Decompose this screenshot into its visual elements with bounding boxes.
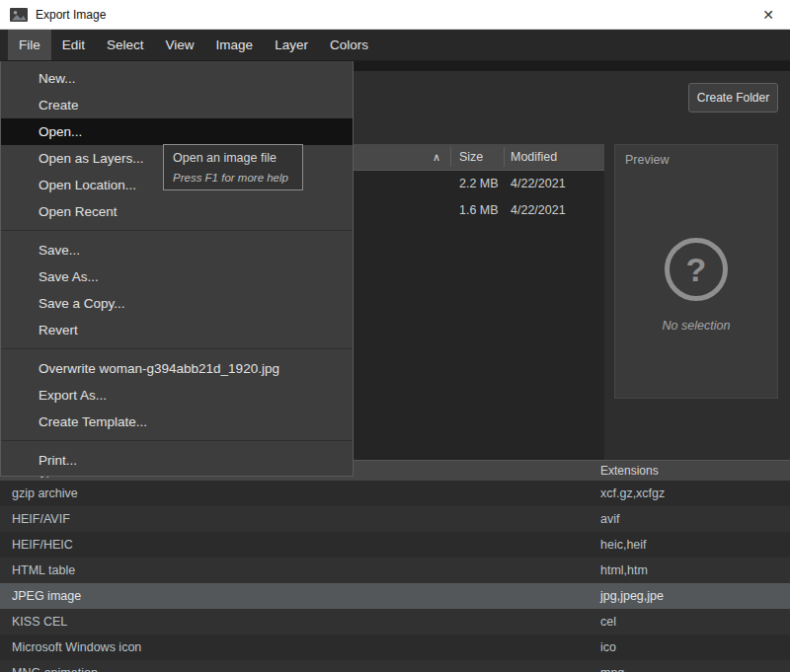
menu-item-overwrite[interactable]: Overwrite woman-g394abb21d_1920.jpg (1, 355, 353, 382)
menu-item-save-a-copy[interactable]: Save a Copy... (1, 290, 353, 317)
file-type-ext: jpg,jpeg,jpe (600, 583, 664, 609)
tooltip-subtitle: Press F1 for more help (173, 172, 293, 184)
menu-item-save[interactable]: Save... (1, 237, 353, 263)
file-type-row[interactable]: KISS CEL cel (0, 609, 790, 635)
file-type-ext: xcf.gz,xcfgz (600, 481, 665, 506)
menu-item-save-as[interactable]: Save As... (1, 263, 353, 290)
window-title: Export Image (36, 8, 106, 22)
menu-layer[interactable]: Layer (264, 30, 319, 60)
menu-view[interactable]: View (155, 30, 205, 60)
file-type-name: HEIF/HEIC (12, 532, 73, 558)
menu-item-create[interactable]: Create (1, 92, 353, 118)
menu-item-new[interactable]: New... (1, 65, 353, 92)
menu-separator (1, 343, 353, 355)
preview-panel: Preview ? No selection (614, 144, 778, 399)
file-type-name: KISS CEL (12, 609, 67, 635)
file-type-ext: html,htm (600, 558, 648, 583)
tooltip: Open an image file Press F1 for more hel… (163, 144, 303, 190)
image-app-icon (10, 8, 28, 22)
file-type-row-selected[interactable]: JPEG image jpg,jpeg,jpe (0, 583, 790, 609)
menu-colors[interactable]: Colors (319, 30, 379, 60)
file-size: 1.6 MB (459, 197, 499, 224)
file-modified: 4/22/2021 (511, 171, 566, 197)
question-mark-icon: ? (665, 238, 728, 301)
menu-item-export-as[interactable]: Export As... (1, 382, 353, 409)
menu-item-open[interactable]: Open... (1, 118, 353, 145)
file-type-ext: ico (600, 635, 616, 660)
menu-edit[interactable]: Edit (51, 30, 96, 60)
preview-empty-text: No selection (615, 319, 777, 333)
file-type-ext: heic,heif (600, 532, 647, 558)
close-icon[interactable]: ✕ (756, 7, 780, 23)
column-header-extensions[interactable]: Extensions (600, 461, 659, 481)
file-type-row[interactable]: gzip archive xcf.gz,xcfgz (0, 481, 790, 506)
column-header-size[interactable]: Size (459, 144, 483, 170)
file-modified: 4/22/2021 (511, 197, 566, 224)
file-type-row[interactable]: HTML table html,htm (0, 558, 790, 583)
menu-image[interactable]: Image (205, 30, 265, 60)
menu-item-print[interactable]: Print... (1, 447, 353, 474)
file-type-row[interactable]: HEIF/HEIC heic,heif (0, 532, 790, 558)
file-menu-dropdown: New... Create Open... Open as Layers... … (0, 61, 354, 477)
preview-label: Preview (625, 153, 669, 167)
file-type-name: HEIF/AVIF (12, 506, 70, 532)
titlebar: Export Image ✕ (0, 0, 790, 30)
menu-select[interactable]: Select (96, 30, 155, 60)
file-type-name: Microsoft Windows icon (12, 635, 141, 660)
create-folder-button[interactable]: Create Folder (688, 83, 778, 112)
file-size: 2.2 MB (459, 171, 499, 197)
file-type-ext: mng (600, 660, 624, 672)
sort-ascending-icon[interactable]: ∧ (433, 144, 440, 170)
column-header-modified[interactable]: Modified (511, 144, 557, 170)
file-type-name: JPEG image (12, 583, 81, 609)
menu-separator (1, 225, 353, 237)
question-glyph: ? (686, 251, 707, 289)
menu-item-revert[interactable]: Revert (1, 317, 353, 343)
file-type-name: gzip archive (12, 481, 78, 506)
menubar: File Edit Select View Image Layer Colors (0, 30, 790, 61)
file-type-ext: cel (600, 609, 616, 635)
file-type-name: MNG animation (12, 660, 98, 672)
menu-item-open-recent[interactable]: Open Recent (1, 198, 353, 225)
file-type-row[interactable]: MNG animation mng (0, 660, 790, 672)
file-type-ext: avif (600, 506, 619, 532)
menu-separator (1, 435, 353, 447)
menu-item-create-template[interactable]: Create Template... (1, 409, 353, 435)
tooltip-title: Open an image file (173, 151, 293, 165)
file-type-list: File Type Extensions gzip archive xcf.gz… (0, 460, 790, 672)
menu-file[interactable]: File (8, 30, 51, 60)
file-type-row[interactable]: Microsoft Windows icon ico (0, 635, 790, 660)
file-type-name: HTML table (12, 558, 75, 583)
file-type-row[interactable]: HEIF/AVIF avif (0, 506, 790, 532)
